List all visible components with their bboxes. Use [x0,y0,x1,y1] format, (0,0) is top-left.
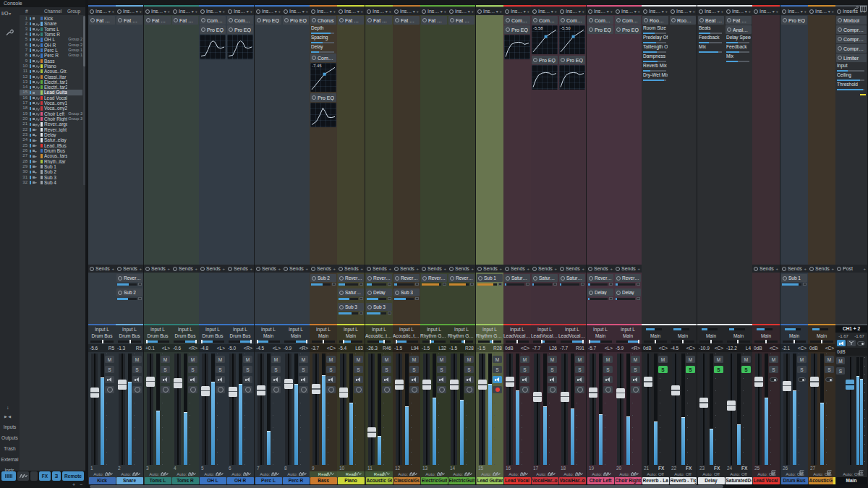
channel-name-label[interactable]: ElectricGuitar1 [421,477,448,484]
channel-row-oh-l[interactable]: 5OH LGroup 2 [20,37,82,42]
output-route[interactable]: Drum Bus [88,333,116,339]
inserts-header[interactable]: Inserts▾ + [697,7,725,15]
channel-name-label[interactable]: ElectricGuitar2 [448,477,475,484]
inserts-header[interactable]: Inserts▾ + [808,7,835,15]
channel-name-label[interactable]: SaturatedDelay [726,477,752,484]
channel-row-acous-tars[interactable]: 27▸Acous..tars [20,153,82,158]
send-prepost-toggle[interactable] [581,283,584,286]
send-level-slider[interactable] [311,283,331,286]
inserts-header[interactable]: Inserts▾ + [752,7,780,15]
send-level-slider[interactable] [394,298,414,300]
record-arm-button[interactable] [271,386,281,393]
pan-readout[interactable]: <C> [798,344,807,352]
channel-name-label[interactable]: Bass [310,477,337,484]
inserts-header[interactable]: Inserts▾ + [171,7,199,15]
input-route[interactable]: Input L [448,326,475,333]
automation-mode[interactable]: Auto: Off [88,471,116,477]
pan-slider[interactable] [533,341,556,343]
param-ceiling[interactable]: Ceiling [836,72,867,82]
input-route[interactable]: Input L [503,326,531,333]
send-delay[interactable]: Delay [615,288,641,296]
solo-button[interactable]: S [409,366,419,373]
output-route[interactable]: Rhythm Guitar [448,333,475,339]
send-level-slider[interactable] [367,312,386,314]
solo-button[interactable]: S [741,366,751,373]
param-mix[interactable]: Mix [726,53,752,63]
channel-row-perc-l[interactable]: 7Perc LGroup 1 [20,48,82,53]
send-prepost-toggle[interactable] [388,283,391,286]
mute-button[interactable]: M [161,356,170,363]
fader-handle[interactable] [727,401,736,411]
inserts-header[interactable]: Inserts▾ + [116,7,143,15]
pan-readout[interactable]: L63 [355,344,363,352]
solo-button[interactable]: S [105,366,114,373]
inserts-header[interactable]: Inserts▾ + [780,7,808,15]
pan-slider[interactable] [671,341,694,343]
solo-button[interactable]: S [825,366,834,373]
fader-handle[interactable] [533,392,542,402]
pan-slider[interactable] [699,341,723,343]
mute-button[interactable]: M [354,356,363,363]
automation-mode[interactable]: Read [310,471,337,477]
output-route[interactable]: Rhythm Guitar [476,333,503,339]
record-arm-button[interactable] [520,386,529,393]
fader-handle[interactable] [754,377,763,387]
pan-readout[interactable]: <R> [189,344,197,352]
automation-mode[interactable]: Auto: Off [531,471,558,477]
output-route[interactable]: Drum Bus [144,333,171,339]
mute-button[interactable]: M [132,356,142,363]
channel-row-rhyth-itar[interactable]: 28▸Rhyth..itar [20,159,82,164]
volume-readout[interactable]: 0dB [505,344,514,352]
nav-item-outputs[interactable]: Outputs [0,434,20,442]
record-arm-button[interactable] [188,386,197,393]
volume-readout[interactable]: 0dB [643,344,652,352]
channel-row-acous-gtr-[interactable]: 11Acous..Gtr. [20,69,82,74]
monitor-button[interactable] [326,376,336,383]
insert-fat-channel[interactable]: Fat Channel [393,16,420,25]
inserts-header[interactable]: Inserts▾ + [337,7,365,15]
channel-name-label[interactable]: Piano [338,477,365,484]
send-saturat-elay[interactable]: Saturat..elay [338,288,364,296]
record-arm-button[interactable] [326,386,336,393]
channel-mode-toggle[interactable] [770,377,778,382]
automation-mode[interactable]: Auto: Off [669,471,697,477]
input-route[interactable]: Input L [614,326,642,333]
channel-name-label[interactable]: VocalHar..ony2 [559,477,586,484]
pan-slider[interactable] [257,341,280,343]
channel-name-label[interactable]: Kick [89,477,116,484]
insert-compressor[interactable]: Compressor [836,35,867,43]
send-saturat-elay[interactable]: Saturat..elay [559,274,585,282]
dim-toggle[interactable] [857,341,865,346]
fader-handle[interactable] [810,377,819,387]
insert-fat-channel[interactable]: Fat Channel [448,16,475,25]
sends-header[interactable]: Sends+ [88,265,116,273]
insert-fat-channel[interactable]: Fat Channel [89,16,115,25]
volume-readout[interactable]: 0dB [809,344,818,352]
channel-name-label[interactable]: Reverb - Large [642,477,669,484]
insert-analog-delay[interactable]: Analog Delay [726,25,752,34]
send-level-slider[interactable] [616,298,635,300]
automation-mode[interactable]: Auto: Off [642,471,669,477]
channel-row-toms-l[interactable]: 3Toms L [20,27,82,32]
fader-handle[interactable] [589,388,597,398]
send-reverb-tight[interactable]: Reverb-Tight [366,274,392,282]
pan-readout[interactable]: R5 [136,344,142,352]
mute-button[interactable]: M [603,356,613,363]
pan-readout[interactable]: <L> [605,344,613,352]
pan-slider[interactable] [589,341,612,343]
inserts-header[interactable]: Inserts▾ + [226,7,254,15]
send-prepost-toggle[interactable] [359,297,363,300]
input-route[interactable]: Input L [199,326,226,333]
param-delay[interactable]: Delay [310,44,336,53]
solo-button[interactable]: S [658,366,668,373]
automation-mode[interactable]: Auto: Off [614,471,642,477]
send-level-slider[interactable] [477,283,497,286]
output-route[interactable]: LeadVocalBus [531,333,558,339]
inserts-header[interactable]: Inserts▾ + [531,7,558,15]
sends-header[interactable]: Sends+ [337,265,365,273]
send-reverb-tight[interactable]: Reverb-Tight [587,274,613,282]
output-route[interactable]: Drum Bus [226,333,254,339]
monitor-button[interactable] [299,376,308,383]
insert-compressor[interactable]: Compressor [559,16,585,25]
insert-fat-channel[interactable]: Fat Channel [421,16,447,25]
